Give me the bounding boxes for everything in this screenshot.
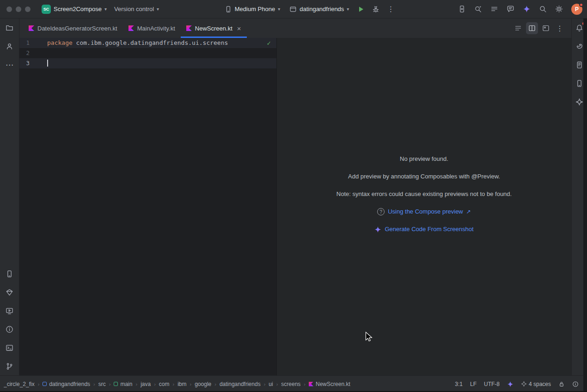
gemini-button[interactable] (520, 3, 533, 16)
more-run-actions-button[interactable]: ⋮ (384, 3, 397, 16)
breadcrumb-separator: › (304, 381, 306, 387)
code-line[interactable]: 2 (19, 48, 276, 58)
breadcrumb-item-file[interactable]: NewScreen.kt (309, 381, 350, 387)
run-config-dropdown[interactable]: datingandfriends ▾ (286, 3, 353, 15)
code-line[interactable]: 3 (19, 58, 276, 68)
text-caret (47, 60, 48, 67)
project-badge: SC (42, 5, 51, 14)
gemini-star-icon (575, 98, 583, 106)
window-zoom-button[interactable] (25, 6, 31, 12)
code-view-button[interactable] (512, 22, 524, 34)
breadcrumb-separator: › (173, 381, 175, 387)
device-manager-icon (6, 270, 13, 278)
breadcrumb-item[interactable]: main (114, 381, 132, 387)
caret-position-widget[interactable]: 3:1 (455, 381, 463, 387)
breadcrumb-item[interactable]: screens (281, 381, 300, 387)
code-line[interactable]: 1 package com.ibm.google.datingandfriend… (19, 38, 276, 48)
avatar[interactable]: P (571, 4, 582, 15)
device-manager-tool-button[interactable] (3, 267, 17, 281)
avatar-initial: P (575, 6, 579, 12)
tab-mainactivity[interactable]: MainActivity.kt (123, 18, 181, 38)
breadcrumb-item[interactable]: ui (269, 381, 273, 387)
project-tool-button[interactable] (3, 21, 17, 35)
device-mirroring-button[interactable] (455, 3, 468, 16)
indent-widget[interactable]: 4 spaces (521, 381, 551, 387)
logcat-button[interactable] (488, 3, 501, 16)
breadcrumb-item[interactable]: java (141, 381, 151, 387)
tab-label: NewScreen.kt (195, 25, 232, 32)
line-number[interactable]: 2 (19, 48, 47, 58)
search-everywhere-button[interactable] (536, 3, 549, 16)
breadcrumb-item[interactable]: google (195, 381, 211, 387)
design-view-button[interactable] (540, 22, 552, 34)
more-horizontal-icon: ⋯ (6, 60, 13, 70)
titlebar-actions: P (455, 3, 582, 16)
more-tool-windows-button[interactable]: ⋯ (3, 58, 17, 72)
info-circle-icon (572, 381, 579, 387)
compose-preview-docs-row: ? Using the Compose preview ↗ (377, 207, 471, 216)
line-number[interactable]: 1 (19, 38, 47, 48)
chevron-down-icon: ▾ (347, 7, 349, 12)
device-mirroring-icon (458, 5, 466, 13)
indent-label: 4 spaces (529, 381, 551, 387)
version-control-label: Version control (114, 6, 154, 12)
breadcrumb-item[interactable]: src (98, 381, 106, 387)
scrollbar-track[interactable] (583, 18, 587, 392)
window-close-button[interactable] (6, 6, 12, 12)
ai-search-button[interactable] (471, 3, 484, 16)
run-button[interactable] (355, 3, 367, 16)
resource-manager-tool-button[interactable] (3, 285, 17, 299)
commit-tool-button[interactable] (3, 39, 17, 53)
code-editor[interactable]: 1 package com.ibm.google.datingandfriend… (19, 38, 276, 375)
line-separator-widget[interactable]: LF (470, 381, 477, 387)
notification-dot (579, 3, 583, 7)
settings-button[interactable] (552, 3, 565, 16)
encoding-widget[interactable]: UTF-8 (484, 381, 500, 387)
readonly-toggle[interactable] (558, 381, 565, 387)
terminal-tool-button[interactable] (3, 341, 17, 355)
editor-area: DateIdeasGeneratorScreen.kt MainActivity… (19, 18, 571, 375)
line-number[interactable]: 3 (19, 58, 47, 68)
generate-code-from-screenshot-link[interactable]: Generate Code From Screenshot (385, 225, 473, 234)
gemini-status-widget[interactable] (507, 381, 514, 387)
tab-options-button[interactable]: ⋮ (554, 22, 566, 34)
kotlin-file-icon (29, 25, 34, 31)
statusbar-widgets: 3:1 LF UTF-8 4 spaces (455, 381, 581, 387)
editor-tab-bar: DateIdeasGeneratorScreen.kt MainActivity… (19, 18, 571, 38)
breadcrumb-item[interactable]: datingandfriends (220, 381, 261, 387)
tab-newscreen[interactable]: NewScreen.kt × (181, 18, 247, 38)
split-view-button[interactable] (526, 22, 538, 34)
breadcrumb-separator: › (154, 381, 156, 387)
debug-button[interactable] (369, 3, 382, 16)
compose-preview-docs-link[interactable]: Using the Compose preview (388, 207, 463, 216)
version-control-tool-button[interactable] (3, 359, 17, 373)
window-minimize-button[interactable] (16, 6, 21, 12)
preview-empty-note: Note: syntax errors could cause existing… (336, 190, 512, 199)
info-circle-icon (6, 325, 13, 333)
inspections-ok-check-icon[interactable]: ✓ (267, 39, 271, 47)
breadcrumb-item[interactable]: com (159, 381, 170, 387)
terminal-icon (6, 344, 13, 352)
device-selector-dropdown[interactable]: Medium Phone ▾ (221, 3, 284, 15)
close-icon[interactable]: × (237, 25, 241, 32)
problems-tool-button[interactable] (3, 322, 17, 336)
project-dropdown[interactable]: SC Screen2Compose ▾ (38, 2, 110, 16)
app-quality-insights-button[interactable] (504, 3, 517, 16)
breadcrumb-item[interactable]: _circle_2_fix (4, 381, 35, 387)
git-branch-icon (6, 362, 13, 370)
code-text: package com.ibm.google.datingandfriends.… (47, 38, 228, 48)
running-devices-tool-button[interactable] (3, 304, 17, 318)
chevron-down-icon: ▾ (278, 7, 280, 12)
breadcrumb: _circle_2_fix › datingandfriends › src ›… (4, 381, 350, 387)
module-icon (43, 382, 47, 386)
preview-empty-hint: Add preview by annotating Composables wi… (348, 172, 500, 181)
tab-dateideasgeneratorscreen[interactable]: DateIdeasGeneratorScreen.kt (23, 18, 123, 38)
kotlin-file-icon (309, 382, 313, 386)
breadcrumb-item[interactable]: ibm (177, 381, 186, 387)
version-control-dropdown[interactable]: Version control ▾ (110, 3, 163, 15)
inspections-widget[interactable] (572, 381, 579, 387)
breadcrumb-item[interactable]: datingandfriends (43, 381, 90, 387)
chevron-down-icon: ▾ (157, 7, 159, 12)
main-area: ⋯ (0, 18, 587, 375)
keyword: package (47, 39, 73, 46)
